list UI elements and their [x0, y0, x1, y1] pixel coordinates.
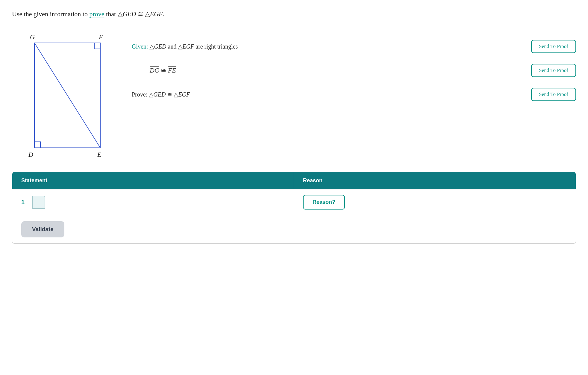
diagram-area: G F D E: [12, 28, 114, 160]
diagonal-GE: [34, 43, 100, 148]
E-label: E: [97, 151, 101, 158]
send-to-proof-btn-1[interactable]: Send To Proof: [531, 40, 576, 53]
proof-container: Statement Reason 1 Reason? Validate: [12, 172, 576, 244]
row-number-1: 1: [21, 199, 27, 206]
prove-label: Prove: △GED ≅ △EGF: [132, 91, 190, 98]
proof-statement-cell-1: 1: [12, 190, 294, 214]
header-intro: Use the given information to: [12, 10, 89, 18]
right-angle-F: [94, 43, 100, 49]
dg-overline: DG: [150, 67, 159, 74]
header-reason: Reason: [294, 172, 576, 189]
statement-input-box-1[interactable]: [32, 196, 45, 209]
proof-reason-cell-1: Reason?: [294, 189, 576, 215]
D-label: D: [28, 151, 33, 158]
given-row-3: Prove: △GED ≅ △EGF Send To Proof: [132, 88, 576, 101]
given-text-3: Prove: △GED ≅ △EGF: [132, 91, 190, 98]
F-label: F: [98, 33, 103, 41]
given-label: Given:: [132, 43, 149, 50]
content-area: G F D E Given: △GED and △EGF are right t…: [12, 28, 576, 160]
reason-btn-1[interactable]: Reason?: [303, 195, 345, 210]
validate-button[interactable]: Validate: [21, 221, 64, 237]
G-label: G: [30, 33, 35, 41]
given-row-2: DG ≅ FE Send To Proof: [132, 64, 576, 77]
given-area: Given: △GED and △EGF are right triangles…: [132, 28, 576, 101]
validate-row: Validate: [12, 215, 576, 243]
send-to-proof-btn-3[interactable]: Send To Proof: [531, 88, 576, 101]
given-text-2: DG ≅ FE: [132, 67, 176, 74]
given-text-1: Given: △GED and △EGF are right triangles: [132, 43, 238, 50]
send-to-proof-btn-2[interactable]: Send To Proof: [531, 64, 576, 77]
proof-table-header: Statement Reason: [12, 172, 576, 189]
fe-overline: FE: [168, 67, 176, 74]
header-rest: that △GED ≅ △EGF.: [104, 10, 164, 18]
proof-row-1: 1 Reason?: [12, 189, 576, 215]
problem-header: Use the given information to prove that …: [12, 9, 576, 19]
given-row-1: Given: △GED and △EGF are right triangles…: [132, 40, 576, 53]
geometry-diagram: G F D E: [12, 28, 114, 160]
right-angle-D: [34, 142, 40, 148]
header-statement: Statement: [12, 172, 294, 189]
prove-link[interactable]: prove: [89, 10, 104, 18]
congruence-symbol: ≅: [161, 67, 168, 74]
